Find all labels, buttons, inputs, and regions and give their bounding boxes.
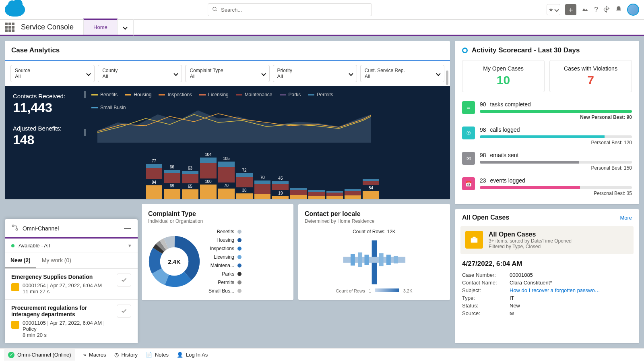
search-wrap: Search... — [33, 3, 547, 16]
svg-line-1 — [216, 10, 217, 11]
legend-item: Parks — [280, 92, 301, 98]
add-button[interactable]: ＋ — [565, 4, 576, 15]
settings-icon[interactable] — [603, 6, 610, 14]
bar: 70 — [254, 147, 271, 199]
bar: 72 38 — [236, 147, 253, 199]
bar: 66 69 — [164, 147, 180, 199]
filter-priority[interactable]: PriorityAll — [273, 65, 357, 82]
svg-point-2 — [606, 8, 608, 10]
main-content: Case Analytics SourceAllCountyAllComplai… — [0, 36, 644, 348]
svg-point-0 — [213, 7, 216, 10]
progress-icon: ✆ — [462, 127, 475, 139]
help-icon[interactable]: ? — [594, 6, 598, 14]
locale-chart: Count of Rows: 12K Count of Rows 1 — [305, 229, 444, 293]
filters-row: SourceAllCountyAllComplaint TypeAllPrior… — [5, 61, 450, 86]
work-list: Emergency Supplies Donation 00001254 | A… — [5, 269, 138, 343]
kpi-row: My Open Cases10Cases with Violations7 — [455, 60, 639, 98]
app-launcher-icon[interactable] — [5, 23, 14, 32]
accept-button[interactable] — [117, 305, 131, 317]
svg-point-20 — [16, 228, 18, 230]
detail-row: Status:New — [462, 302, 632, 309]
omni-route-icon — [11, 224, 19, 232]
donut-legend-item: Benefits — [208, 229, 242, 234]
progress-icon: 📅 — [462, 177, 475, 190]
bar: 45 19 — [272, 147, 289, 199]
legend-handle-2[interactable] — [84, 129, 86, 136]
legend-item: Housing — [125, 92, 151, 98]
stacked-bars: 77 94 66 69 63 65 104 100 105 70 72 38 7… — [146, 147, 379, 199]
open-cases-head: All Open Cases More — [455, 209, 639, 226]
status-dot-icon — [11, 244, 14, 247]
svg-rect-16 — [379, 253, 383, 266]
filter-county[interactable]: CountyAll — [98, 65, 182, 82]
svg-rect-22 — [473, 237, 475, 239]
case-detail: 4/27/2022, 6:04 AM Case Number:00001085C… — [455, 258, 639, 323]
minimize-icon[interactable]: — — [124, 224, 131, 232]
trailhead-icon[interactable] — [581, 5, 589, 15]
omni-title: Omni-Channel — [23, 225, 59, 232]
tab-dropdown[interactable] — [118, 19, 134, 35]
app-nav: Service Console Home — [0, 20, 644, 36]
case-time: 4/27/2022, 6:04 AM — [462, 260, 632, 268]
chevron-down-icon — [87, 71, 91, 76]
progress-icon: ≡ — [462, 101, 475, 114]
legend-item: Licensing — [199, 92, 229, 98]
complaint-type-sub: Individual or Organization — [148, 218, 287, 224]
kpi: Cases with Violations7 — [549, 60, 632, 92]
complaint-type-card: Complaint Type Individual or Organizatio… — [142, 204, 293, 300]
progress-item: ✆ 98calls logged Personal Best: 120 — [455, 123, 639, 149]
work-item: Emergency Supplies Donation 00001254 | A… — [5, 269, 138, 300]
app-name: Service Console — [21, 23, 74, 31]
bar — [308, 147, 325, 199]
open-cases-banner[interactable]: All Open Cases 3+ items, sorted by Date/… — [460, 226, 634, 254]
case-analytics-card: Case Analytics SourceAllCountyAllComplai… — [5, 41, 450, 199]
favorites-button[interactable]: ★ — [547, 4, 560, 15]
ring-icon — [462, 48, 468, 53]
omni-status-select[interactable]: Available - All ▾ — [5, 239, 138, 253]
accept-button[interactable] — [117, 274, 131, 286]
oc-banner-line1: 3+ items, sorted by Date/Time Opened — [489, 238, 572, 244]
scorecard-title: Activity Scorecard - Last 30 Days — [472, 46, 580, 54]
scorecard: Activity Scorecard - Last 30 Days My Ope… — [455, 41, 639, 204]
filter-scroll-icon[interactable] — [446, 71, 448, 85]
legend-handle-1[interactable] — [84, 91, 86, 98]
progress-item: ✉ 98emails sent Personal Best: 150 — [455, 149, 639, 174]
omni-channel-panel: Omni-Channel — Available - All ▾ New (2)… — [5, 219, 138, 343]
notifications-icon[interactable] — [615, 6, 622, 14]
briefcase-icon — [465, 231, 483, 249]
search-icon — [212, 6, 218, 13]
locale-axis: Count of Rows — [336, 288, 365, 293]
legend-item: Benefits — [91, 92, 118, 98]
oc-banner-line2: Filtered by Type, Closed — [489, 244, 572, 249]
case-icon — [11, 321, 19, 329]
progress-item: ≡ 90tasks completed New Personal Best: 9… — [455, 98, 639, 123]
svg-rect-18 — [394, 256, 398, 263]
svg-rect-13 — [351, 254, 355, 266]
kpi: My Open Cases10 — [462, 60, 545, 92]
donut-legend-item: Small Bus... — [208, 288, 242, 294]
filter-cust--service-rep-[interactable]: Cust. Service Rep.All — [360, 65, 444, 82]
tab-my-work[interactable]: My work (0) — [36, 253, 77, 268]
tab-new[interactable]: New (2) — [5, 253, 36, 268]
complaint-type-title: Complaint Type — [148, 210, 287, 218]
bar: 104 100 — [200, 147, 217, 199]
contacts-chart: Contacts Received: 11,443 Adjusted Benef… — [5, 86, 450, 199]
donut-legend-item: Inspections — [208, 246, 242, 251]
filter-source[interactable]: SourceAll — [10, 65, 95, 82]
global-search[interactable]: Search... — [208, 3, 372, 16]
detail-row: Case Number:00001085 — [462, 271, 632, 279]
user-avatar[interactable] — [627, 4, 639, 16]
tab-home[interactable]: Home — [83, 19, 118, 35]
header-actions: ★ ＋ ? — [547, 4, 639, 16]
filter-complaint-type[interactable]: Complaint TypeAll — [185, 65, 269, 82]
more-link[interactable]: More — [620, 215, 632, 221]
bar: 105 70 — [218, 147, 235, 199]
legend-item: Maintenance — [236, 92, 272, 98]
donut-legend-item: Housing — [208, 237, 242, 243]
locale-count: Count of Rows: 12K — [353, 229, 396, 234]
bar — [345, 147, 361, 199]
locale-min: 1 — [369, 288, 371, 293]
progress-list: ≡ 90tasks completed New Personal Best: 9… — [455, 98, 639, 204]
omni-status: Available - All — [19, 243, 50, 249]
svg-rect-14 — [358, 252, 362, 267]
